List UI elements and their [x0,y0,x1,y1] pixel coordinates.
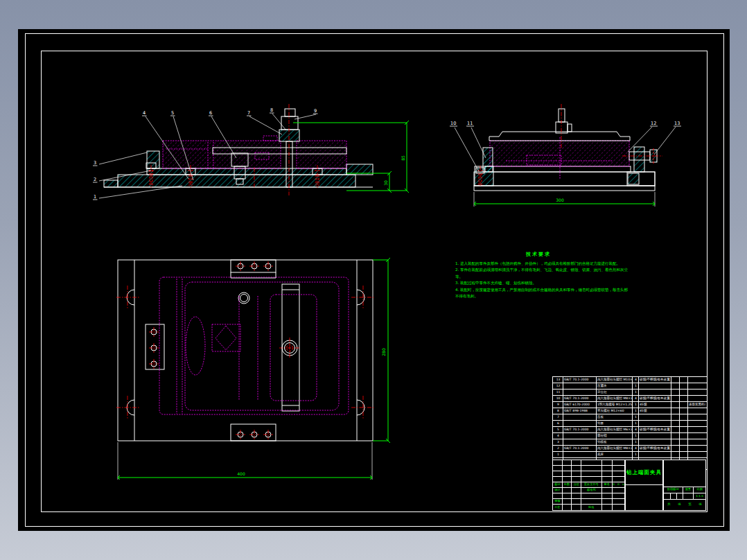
bom-row: 8GB/T 898-1988双头螺柱 M12×60145钢 [553,408,707,414]
bom-cell: 压紧块 [597,383,633,389]
bom-cell [671,433,680,439]
bom-cell [563,433,597,439]
bom-row: 2GB/T 70.1-2000内六角圆柱头螺钉 M8×254碳钢/不锈钢/有色金… [553,446,707,452]
label-zone: 分区 [572,482,581,488]
bom-cell: 4 [633,427,639,432]
part-callout-number: 1 [94,194,96,200]
bom-cell [688,427,705,432]
title-block-scale-area: 阶段标记 重量 比例 1:1.5 共 张 第 张 [663,460,706,511]
title-block-revision-area: 标记 处数 分区 更改文件号 签名 年、月、日 设计 标准化 审核 工艺 [552,460,625,511]
bom-cell [671,396,680,401]
bom-cell: 4 [633,377,639,383]
bom-cell: 1 [633,402,639,408]
part-callout-number: 7 [247,110,250,116]
technical-requirements: 技术要求 1. 进入装配的零件及部件（包括外购件、外协件），均必须具有检验部门的… [455,251,630,300]
bom-row: 13GB/T 70.1-2000内六角圆柱头螺钉 M10×404碳钢/不锈钢/有… [553,377,707,383]
label-standardize: 标准化 [581,488,601,493]
label-approve: 批准 [581,505,601,511]
bom-cell [639,433,671,439]
list-item: 4. 装配时，应按规定使用工具，严禁用自制的或不合规格的夹具和零件，锤击时必须垫… [455,287,630,300]
part-callout-number: 11 [467,121,473,126]
bom-cell: 1 [633,408,639,414]
bom-cell [680,439,688,445]
bom-cell: GB/T 898-1988 [563,408,597,414]
bom-cell: 12 [553,383,563,389]
bom-cell: GB/T 70.1-2000 [563,396,597,401]
label-check: 审核 [553,499,563,505]
sheet-count-cell: 共 张 第 张 [664,499,706,510]
label-process: 工艺 [553,505,563,511]
label-doc-no: 更改文件号 [581,482,601,488]
bom-cell [671,414,680,420]
bom-table: 13GB/T 70.1-2000内六角圆柱头螺钉 M10×404碳钢/不锈钢/有… [552,376,708,470]
label-design: 设计 [553,488,563,493]
part-callout-number: 12 [651,121,656,126]
bom-cell: 9 [553,402,563,408]
bom-cell: 1 [633,390,639,395]
tech-requirements-list: 1. 进入装配的零件及部件（包括外购件、外协件），均必须具有检验部门的合格证方能… [455,261,630,300]
bom-cell: 圆柱销 [597,433,633,439]
part-callout-number: 5 [171,110,174,116]
bom-cell [680,383,688,389]
bom-cell: 5 [553,427,563,432]
bom-cell [563,421,597,426]
bom-cell: 内六角圆柱头螺钉 M10×40 [597,377,633,383]
bom-cell [688,377,705,383]
bom-cell: 3 [553,439,563,445]
bom-cell [680,427,688,432]
bom-cell [671,390,680,395]
bom-cell [688,446,705,451]
part-callout-number: 6 [209,110,212,116]
bom-cell [563,452,597,457]
scale-value: 1:1.5 [694,493,706,499]
bom-cell [671,439,680,445]
bom-cell [680,402,688,408]
bom-cell: 1 [633,383,639,389]
bom-rows: 13GB/T 70.1-2000内六角圆柱头螺钉 M10×404碳钢/不锈钢/有… [553,377,707,458]
title-block-name-area: 钻上端面夹具 [625,460,663,511]
dimension-value: 400 [237,471,245,476]
dimension-value: 85 [401,155,405,161]
bom-cell [680,408,688,414]
dimension-value: 30 [383,180,388,186]
bom-cell [639,421,671,426]
bom-cell: 1 [553,452,563,457]
bom-cell: 4 [633,396,639,401]
label-mark: 标记 [553,482,563,488]
bom-cell: 内六角圆柱头螺钉 M8×25 [597,446,633,451]
label-sheets-unit: 张 [678,503,681,507]
list-item: 3. 装配过程中零件不允许磕、碰、划伤和锈蚀。 [455,280,630,286]
bom-cell [639,414,671,420]
label-date: 年、月、日 [613,482,625,488]
bom-cell [680,452,688,457]
bom-cell [671,383,680,389]
bom-cell: 底座 [597,452,633,457]
bom-row: 6钻套1 [553,421,707,427]
bom-cell: 内六角圆柱头螺钉 M8×30 [597,396,633,401]
bom-cell: 定位柱 [597,390,633,395]
bom-cell: 碳钢/不锈钢/有色金属 [639,446,671,451]
bom-cell [563,383,597,389]
bom-cell [688,439,705,445]
bom-cell: 8 [553,408,563,414]
label-scale: 比例 [694,487,706,493]
list-item: 2. 零件在装配前必须清理和清洗干净，不得有毛刺、飞边、氧化皮、锈蚀、切屑、油污… [455,267,630,280]
bom-row: 1底座1 [553,452,707,458]
bom-cell: 45钢 [639,408,671,414]
dimension-value: 280 [381,348,386,356]
bom-cell: 1型六角螺母 M12×1.25 [597,402,633,408]
cad-preview-page: 12345678910111213 8530300280400 技术要求 1. … [0,0,747,560]
bom-cell [639,452,671,457]
part-callout-number: 3 [94,160,96,166]
bom-cell [563,439,597,445]
label-stage: 阶段标记 [664,487,683,493]
label-count: 处数 [562,482,572,488]
bom-cell [671,446,680,451]
bom-cell [671,408,680,414]
bom-cell: 双头螺柱 M12×60 [597,408,633,414]
bom-row: 9GB/T 6170-20001型六角螺母 M12×1.25145钢表面发黑处理 [553,402,707,408]
bom-cell: 1 [633,439,639,445]
bom-cell: 6 [553,421,563,426]
dimension-layer: 8530300280400 [237,155,564,476]
side-section-view [455,104,676,207]
